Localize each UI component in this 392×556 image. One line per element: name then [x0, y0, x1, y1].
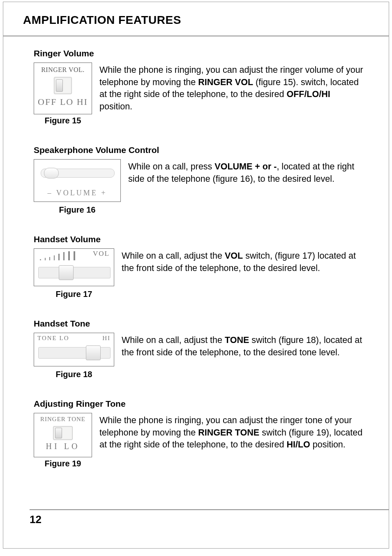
- section-handset-tone: Handset Tone TONE LO HI Figure 18 While …: [34, 319, 365, 379]
- speakerphone-volume-text: While on a call, press VOLUME + or -, lo…: [128, 159, 365, 185]
- tone-handle-icon: [86, 345, 101, 360]
- section-ringer-volume: Ringer Volume RINGER VOL. OFF LO HI Figu…: [34, 49, 365, 125]
- text: position.: [99, 102, 132, 111]
- text: While on a call, adjust the: [122, 251, 225, 261]
- figure-17-block: VOL Figure 17: [34, 248, 114, 299]
- bold-text: VOL: [225, 251, 243, 261]
- bold-text: RINGER TONE: [198, 428, 259, 438]
- text: While on a call, adjust the: [122, 335, 225, 345]
- section-handset-volume: Handset Volume: [34, 234, 365, 299]
- figure-19-top-label: RINGER TONE: [36, 416, 90, 423]
- heading-adjusting-ringer-tone: Adjusting Ringer Tone: [34, 399, 365, 409]
- figure-18-label-hi: HI: [102, 335, 111, 342]
- volume-knob-icon: [44, 168, 59, 178]
- text: position.: [310, 440, 346, 449]
- vol-ticks-icon: [40, 251, 75, 260]
- figure-15-caption: Figure 15: [34, 116, 92, 125]
- switch-knob-icon: [56, 79, 63, 92]
- ringer-tone-switch: [53, 426, 73, 440]
- bold-text: HI/LO: [286, 440, 310, 449]
- switch-knob-icon: [55, 428, 62, 438]
- content-area: Ringer Volume RINGER VOL. OFF LO HI Figu…: [3, 36, 389, 468]
- page-number: 12: [30, 513, 389, 526]
- figure-16: – VOLUME +: [34, 159, 121, 202]
- figure-17-label: VOL: [93, 250, 110, 258]
- figure-16-label: – VOLUME +: [34, 189, 120, 197]
- figure-19: RINGER TONE HI LO: [34, 413, 92, 457]
- figure-18-label-lo: TONE LO: [37, 335, 69, 342]
- figure-15: RINGER VOL. OFF LO HI: [34, 63, 92, 114]
- figure-19-bottom-label: HI LO: [36, 442, 90, 451]
- ringer-volume-text: While the phone is ringing, you can adju…: [99, 63, 365, 113]
- heading-ringer-volume: Ringer Volume: [34, 49, 365, 58]
- heading-handset-tone: Handset Tone: [34, 319, 365, 329]
- bold-text: OFF/LO/HI: [286, 89, 330, 99]
- figure-15-block: RINGER VOL. OFF LO HI Figure 15: [34, 63, 92, 125]
- handset-tone-text: While on a call, adjust the TONE switch …: [122, 333, 365, 359]
- figure-18: TONE LO HI: [34, 333, 114, 366]
- figure-16-caption: Figure 16: [34, 205, 121, 215]
- heading-speakerphone-volume: Speakerphone Volume Control: [34, 145, 365, 155]
- adjusting-ringer-tone-text: While the phone is ringing, you can adju…: [99, 413, 365, 451]
- figure-17-caption: Figure 17: [34, 290, 114, 299]
- page-title: AMPLIFICATION FEATURES: [3, 2, 389, 36]
- figure-15-bottom-label: OFF LO HI: [36, 97, 90, 107]
- bold-text: RINGER VOL: [198, 77, 253, 87]
- figure-19-caption: Figure 19: [34, 459, 92, 468]
- handset-volume-text: While on a call, adjust the VOL switch, …: [122, 248, 365, 274]
- ringer-vol-switch: [54, 77, 72, 94]
- text: While on a call, press: [128, 162, 214, 171]
- page: AMPLIFICATION FEATURES Ringer Volume RIN…: [3, 2, 389, 549]
- figure-17: VOL: [34, 248, 114, 286]
- footer-rule: [30, 510, 389, 510]
- bold-text: VOLUME + or -: [214, 162, 277, 171]
- bold-text: TONE: [225, 335, 249, 345]
- figure-18-caption: Figure 18: [34, 370, 114, 379]
- figure-15-top-label: RINGER VOL.: [36, 66, 90, 74]
- footer: 12: [3, 510, 389, 526]
- section-speakerphone-volume: Speakerphone Volume Control – VOLUME + F…: [34, 145, 365, 215]
- vol-handle-icon: [59, 265, 74, 280]
- section-adjusting-ringer-tone: Adjusting Ringer Tone RINGER TONE HI LO …: [34, 399, 365, 468]
- figure-18-block: TONE LO HI Figure 18: [34, 333, 114, 379]
- figure-19-block: RINGER TONE HI LO Figure 19: [34, 413, 92, 468]
- heading-handset-volume: Handset Volume: [34, 234, 365, 244]
- vol-track: [38, 267, 111, 278]
- figure-16-block: – VOLUME + Figure 16: [34, 159, 121, 215]
